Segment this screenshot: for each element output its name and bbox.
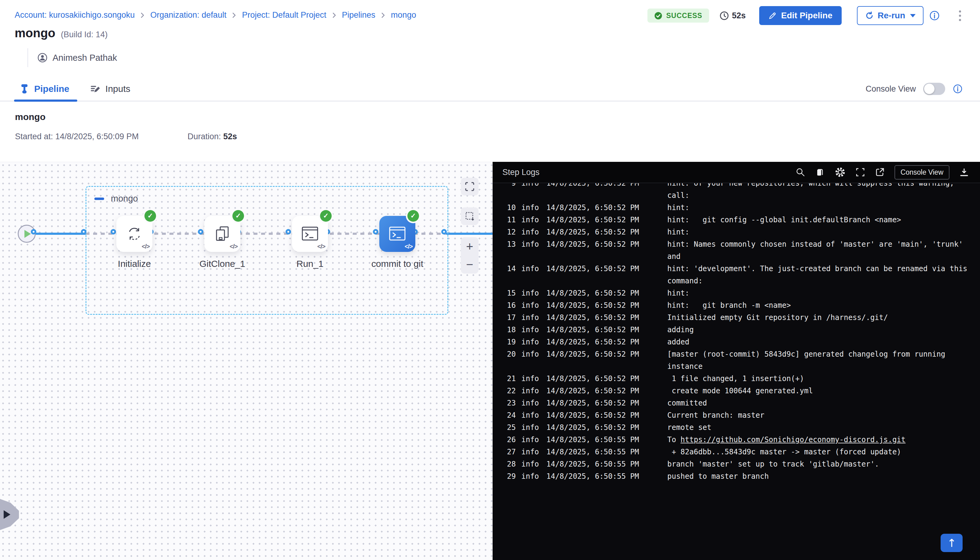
canvas-fullscreen-button[interactable]	[461, 178, 478, 195]
top-actions: SUCCESS 52s Edit Pipeline Re-run	[647, 6, 963, 25]
rerun-button[interactable]: Re-run	[857, 6, 923, 25]
breadcrumb-organization[interactable]: Organization: default	[150, 10, 226, 20]
log-row: 11info14/8/2025, 6:50:52 PMhint: git con…	[506, 214, 972, 226]
scroll-to-top-button[interactable]: ↑	[941, 534, 963, 552]
log-row: 9info14/8/2025, 6:50:52 PMhint: of your …	[506, 183, 972, 202]
stage-name: mongo	[111, 193, 138, 204]
left-drawer-handle[interactable]	[0, 499, 19, 530]
edit-pipeline-button[interactable]: Edit Pipeline	[759, 6, 842, 25]
inputs-icon	[90, 84, 100, 94]
started-at: Started at: 14/8/2025, 6:50:09 PM	[15, 132, 188, 142]
status-text: SUCCESS	[666, 12, 702, 20]
connector-port[interactable]	[285, 229, 291, 235]
pipeline-icon	[20, 84, 29, 94]
clock-icon	[720, 11, 729, 20]
step-node-gitclone-1[interactable]: ✓ </>	[204, 216, 240, 252]
log-row: 23info14/8/2025, 6:50:52 PMcommitted	[506, 397, 972, 409]
connector-port[interactable]	[441, 229, 447, 235]
code-icon: </>	[405, 243, 413, 250]
log-row: 22info14/8/2025, 6:50:52 PM create mode …	[506, 385, 972, 397]
page-header: Account: kurosakiichigo.songoku Organiza…	[0, 0, 980, 162]
step-success-badge: ✓	[145, 210, 156, 222]
terminal-icon	[300, 225, 320, 243]
breadcrumb-pipelines[interactable]: Pipelines	[342, 10, 376, 20]
connector-port[interactable]	[373, 229, 378, 235]
code-icon: </>	[230, 243, 238, 250]
more-options-menu-icon[interactable]	[957, 8, 963, 23]
step-success-badge: ✓	[232, 210, 244, 222]
console-view-info-icon[interactable]	[953, 84, 963, 94]
canvas-zoom-controls: + −	[461, 237, 478, 273]
execution-line	[446, 233, 493, 235]
log-row: 17info14/8/2025, 6:50:52 PMInitialized e…	[506, 312, 972, 324]
tab-pipeline[interactable]: Pipeline	[20, 77, 69, 101]
step-logs-panel: Step Logs Console View 9info14/8/2025, 6…	[493, 162, 980, 560]
execution-line	[35, 233, 86, 235]
step-label: commit to git	[345, 258, 449, 269]
chevron-right-icon	[381, 12, 385, 18]
settings-gear-icon[interactable]	[835, 167, 846, 178]
info-icon[interactable]	[929, 10, 940, 21]
breadcrumb-account[interactable]: Account: kurosakiichigo.songoku	[15, 10, 135, 20]
author-row: Animesh Pathak	[27, 48, 117, 67]
canvas-reset-selection-button[interactable]	[461, 207, 478, 225]
log-row: 13info14/8/2025, 6:50:52 PMhint: Names c…	[506, 238, 972, 263]
step-logs-title: Step Logs	[502, 168, 540, 177]
run-duration: Duration: 52s	[188, 132, 237, 142]
chevron-right-icon	[140, 12, 145, 18]
step-success-badge: ✓	[407, 210, 419, 222]
user-icon	[37, 53, 48, 63]
open-external-icon[interactable]	[875, 167, 885, 177]
step-success-badge: ✓	[320, 210, 332, 222]
tabbar: Pipeline Inputs Console View	[0, 77, 980, 102]
log-row: 21info14/8/2025, 6:50:52 PM 1 file chang…	[506, 373, 972, 385]
page-title: mongo	[15, 26, 55, 40]
log-row: 20info14/8/2025, 6:50:52 PM[master (root…	[506, 348, 972, 373]
code-icon: </>	[317, 243, 325, 250]
log-row: 27info14/8/2025, 6:50:55 PM + 82a6dbb...…	[506, 446, 972, 458]
console-view-button[interactable]: Console View	[895, 165, 950, 180]
log-row: 10info14/8/2025, 6:50:52 PMhint:	[506, 202, 972, 214]
pencil-icon	[768, 11, 777, 20]
step-logs-header: Step Logs Console View	[493, 162, 980, 183]
log-row: 16info14/8/2025, 6:50:52 PMhint: git bra…	[506, 299, 972, 312]
connector-port[interactable]	[110, 229, 116, 235]
chevron-right-icon	[332, 12, 337, 18]
code-icon: </>	[142, 243, 150, 250]
breadcrumb-current[interactable]: mongo	[391, 10, 416, 20]
log-row: 15info14/8/2025, 6:50:52 PMhint:	[506, 287, 972, 299]
collapse-stage-icon[interactable]	[94, 198, 104, 200]
stage-header[interactable]: mongo	[94, 193, 138, 204]
console-view-toggle[interactable]	[923, 83, 945, 95]
connector-port[interactable]	[81, 229, 87, 235]
run-info-section: mongo Started at: 14/8/2025, 6:50:09 PM …	[0, 102, 980, 162]
run-name: mongo	[15, 112, 980, 122]
author-name: Animesh Pathak	[53, 53, 117, 63]
tab-inputs[interactable]: Inputs	[90, 77, 130, 101]
log-link[interactable]: https://github.com/Sonichigo/economy-dis…	[680, 435, 905, 444]
log-row: 14info14/8/2025, 6:50:52 PMhint: 'develo…	[506, 263, 972, 287]
step-node-initialize[interactable]: ✓ </>	[117, 216, 152, 252]
connector-port[interactable]	[198, 229, 203, 235]
copy-icon[interactable]	[815, 167, 825, 177]
step-node-commit-to-git[interactable]: ✓ </>	[379, 216, 415, 252]
connector-port[interactable]	[31, 229, 36, 235]
step-node-run-1[interactable]: ✓ </>	[292, 216, 328, 252]
chevron-right-icon	[232, 12, 237, 18]
log-row: 19info14/8/2025, 6:50:52 PMadded	[506, 336, 972, 348]
build-id: (Build Id: 14)	[61, 30, 107, 39]
breadcrumb-project[interactable]: Project: Default Project	[242, 10, 326, 20]
title-row: mongo (Build Id: 14)	[15, 26, 107, 40]
log-body[interactable]: 9info14/8/2025, 6:50:52 PMhint: of your …	[493, 183, 980, 560]
zoom-in-button[interactable]: +	[463, 240, 476, 253]
terminal-icon	[388, 225, 407, 243]
log-row: 24info14/8/2025, 6:50:52 PMCurrent branc…	[506, 409, 972, 422]
zoom-out-button[interactable]: −	[463, 258, 476, 271]
expand-fullscreen-icon[interactable]	[855, 167, 865, 177]
log-row: 28info14/8/2025, 6:50:55 PMbranch 'maste…	[506, 458, 972, 470]
clone-icon	[213, 225, 232, 243]
download-icon[interactable]	[959, 167, 969, 177]
play-icon	[4, 510, 10, 519]
success-check-icon	[654, 12, 662, 20]
search-icon[interactable]	[795, 167, 805, 177]
